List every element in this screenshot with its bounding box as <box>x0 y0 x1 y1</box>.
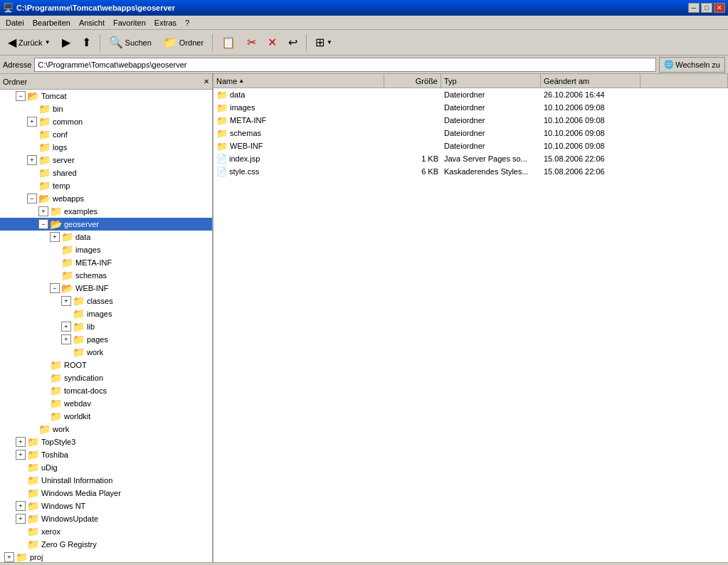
expand-button[interactable]: + <box>61 322 71 332</box>
col-header-size[interactable]: Größe <box>384 74 441 88</box>
tree-item[interactable]: 📁images <box>0 243 212 256</box>
tree-item[interactable]: +📁WindowsUpdate <box>0 512 212 525</box>
delete-button[interactable]: ✕ <box>263 33 282 53</box>
col-header-type[interactable]: Typ <box>441 74 541 88</box>
separator-3 <box>306 34 307 51</box>
menu-datei[interactable]: Datei <box>1 17 28 28</box>
expand-button[interactable]: + <box>27 117 37 127</box>
expand-button[interactable]: + <box>27 155 37 165</box>
tree-item-label: Zero G Registry <box>41 540 97 549</box>
tree-item[interactable]: 📁worldkit <box>0 410 212 423</box>
search-button[interactable]: 🔍 Suchen <box>104 33 157 53</box>
address-input[interactable] <box>34 58 656 72</box>
up-button[interactable]: ⬆ <box>77 33 96 53</box>
expand-button[interactable]: + <box>16 514 26 524</box>
tree-item[interactable]: 📁tomcat-docs <box>0 384 212 397</box>
file-type-cell: Dateiordner <box>441 90 541 99</box>
file-list[interactable]: 📁 data Dateiordner 26.10.2006 16:44 📁 im… <box>213 88 728 562</box>
tree-item-label: TopStyle3 <box>41 438 75 446</box>
col-header-name[interactable]: Name ▲ <box>213 74 384 88</box>
file-row[interactable]: 📄 index.jsp 1 KB Java Server Pages so...… <box>213 152 728 165</box>
copy-button[interactable]: 📋 <box>216 33 241 53</box>
search-icon: 🔍 <box>109 36 123 49</box>
file-row[interactable]: 📁 META-INF Dateiordner 10.10.2006 09:08 <box>213 114 728 127</box>
menu-bearbeiten[interactable]: Bearbeiten <box>28 17 75 28</box>
back-button[interactable]: ◀ Zurück ▼ <box>3 33 56 53</box>
tree-item[interactable]: 📁images <box>0 307 212 320</box>
tree-container[interactable]: −📂Tomcat📁bin+📁common📁conf📁logs+📁server📁s… <box>0 90 212 562</box>
back-dropdown-icon[interactable]: ▼ <box>45 39 51 46</box>
panel-header: Ordner ✕ <box>0 74 212 90</box>
tree-item[interactable]: −📂geoserver <box>0 218 212 231</box>
tree-item[interactable]: +📁Windows NT <box>0 500 212 512</box>
collapse-button[interactable]: − <box>27 194 37 204</box>
collapse-button[interactable]: − <box>50 283 60 293</box>
cut-button[interactable]: ✂ <box>242 33 261 53</box>
tree-item[interactable]: 📁shared <box>0 167 212 179</box>
folder-button[interactable]: 📁 Ordner <box>158 33 209 53</box>
menu-ansicht[interactable]: Ansicht <box>75 17 109 28</box>
minimize-button[interactable]: ─ <box>688 3 700 13</box>
tree-item[interactable]: 📁Uninstall Information <box>0 474 212 487</box>
tree-item[interactable]: 📁Zero G Registry <box>0 538 212 551</box>
view-button[interactable]: ⊞ ▼ <box>310 33 337 53</box>
file-row[interactable]: 📁 WEB-INF Dateiordner 10.10.2006 09:08 <box>213 139 728 152</box>
tree-item[interactable]: +📁TopStyle3 <box>0 435 212 448</box>
tree-item[interactable]: +📁pages <box>0 333 212 346</box>
tree-item[interactable]: 📁ROOT <box>0 359 212 371</box>
expand-button[interactable]: + <box>50 232 60 242</box>
undo-button[interactable]: ↩ <box>283 33 302 53</box>
maximize-button[interactable]: □ <box>701 3 712 13</box>
tree-item[interactable]: −📂webapps <box>0 192 212 205</box>
tree-item[interactable]: −📂WEB-INF <box>0 282 212 295</box>
tree-item[interactable]: −📂Tomcat <box>0 90 212 102</box>
panel-close-button[interactable]: ✕ <box>204 78 209 85</box>
collapse-button[interactable]: − <box>38 219 48 229</box>
tree-item[interactable]: 📁conf <box>0 128 212 141</box>
file-row[interactable]: 📁 schemas Dateiordner 10.10.2006 09:08 <box>213 127 728 139</box>
expand-button[interactable]: + <box>4 552 14 562</box>
tree-item[interactable]: +📁common <box>0 115 212 128</box>
expand-button[interactable]: + <box>16 450 26 460</box>
tree-item[interactable]: +📁proj <box>0 551 212 562</box>
tree-item-label: tomcat-docs <box>64 386 107 395</box>
expand-button[interactable]: + <box>61 334 71 344</box>
file-row[interactable]: 📁 images Dateiordner 10.10.2006 09:08 <box>213 101 728 114</box>
tree-item[interactable]: 📁syndication <box>0 371 212 384</box>
tree-item[interactable]: 📁Windows Media Player <box>0 487 212 500</box>
expand-button[interactable]: + <box>38 206 48 216</box>
tree-item[interactable]: 📁temp <box>0 179 212 192</box>
tree-item-label: work <box>53 425 69 433</box>
tree-item[interactable]: +📁classes <box>0 295 212 307</box>
menu-extras[interactable]: Extras <box>150 17 181 28</box>
tree-item[interactable]: 📁webdav <box>0 397 212 410</box>
menu-help[interactable]: ? <box>181 17 194 28</box>
tree-item[interactable]: 📁META-INF <box>0 256 212 269</box>
menu-favoriten[interactable]: Favoriten <box>109 17 150 28</box>
tree-item[interactable]: +📁Toshiba <box>0 448 212 461</box>
col-header-date[interactable]: Geändert am <box>541 74 640 88</box>
tree-item[interactable]: 📁work <box>0 346 212 359</box>
close-button[interactable]: ✕ <box>714 3 725 13</box>
folder-label: Ordner <box>179 38 204 47</box>
tree-item[interactable]: 📁xerox <box>0 525 212 538</box>
tree-item[interactable]: +📁lib <box>0 320 212 333</box>
expand-button[interactable]: + <box>61 296 71 306</box>
folder-icon: 📁 <box>73 347 85 358</box>
file-row[interactable]: 📄 style.css 6 KB Kaskaderendes Styles...… <box>213 165 728 178</box>
expand-button[interactable]: + <box>16 437 26 447</box>
forward-button[interactable]: ▶ <box>57 33 75 53</box>
tree-item[interactable]: +📁examples <box>0 205 212 218</box>
file-row[interactable]: 📁 data Dateiordner 26.10.2006 16:44 <box>213 88 728 101</box>
tree-item[interactable]: +📁data <box>0 231 212 243</box>
tree-item[interactable]: 📁bin <box>0 102 212 115</box>
collapse-button[interactable]: − <box>16 91 26 101</box>
tree-item[interactable]: 📁logs <box>0 141 212 154</box>
go-button[interactable]: 🌐 Wechseln zu <box>659 57 725 73</box>
expand-button[interactable]: + <box>16 501 26 511</box>
tree-item[interactable]: 📁schemas <box>0 269 212 282</box>
view-dropdown-icon[interactable]: ▼ <box>327 39 332 46</box>
tree-item[interactable]: +📁server <box>0 154 212 167</box>
tree-item[interactable]: 📁work <box>0 423 212 435</box>
tree-item[interactable]: 📁uDig <box>0 461 212 474</box>
